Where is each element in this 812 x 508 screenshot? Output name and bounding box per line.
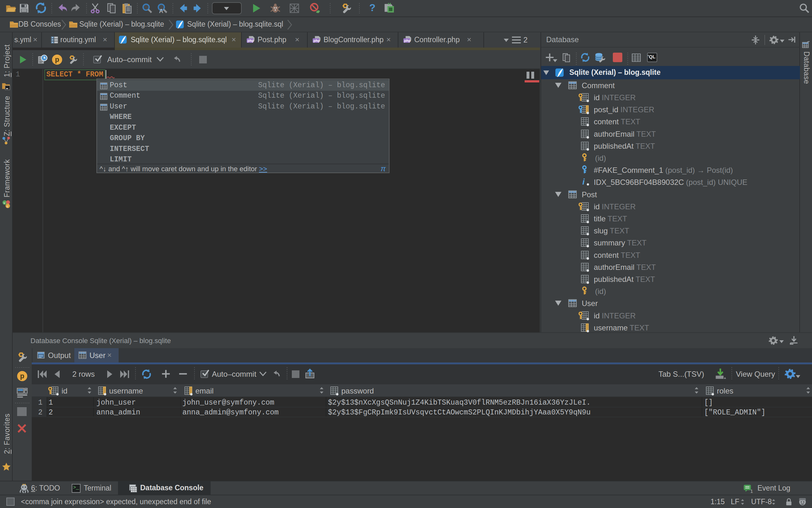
svg-text:A: A (159, 8, 163, 14)
svg-text:c: c (7, 205, 8, 208)
svg-text:php: php (313, 39, 320, 42)
svg-text:1: 1 (750, 488, 753, 493)
svg-text:v: v (3, 201, 5, 205)
svg-text:php: php (247, 39, 254, 42)
svg-text:php: php (404, 39, 411, 42)
